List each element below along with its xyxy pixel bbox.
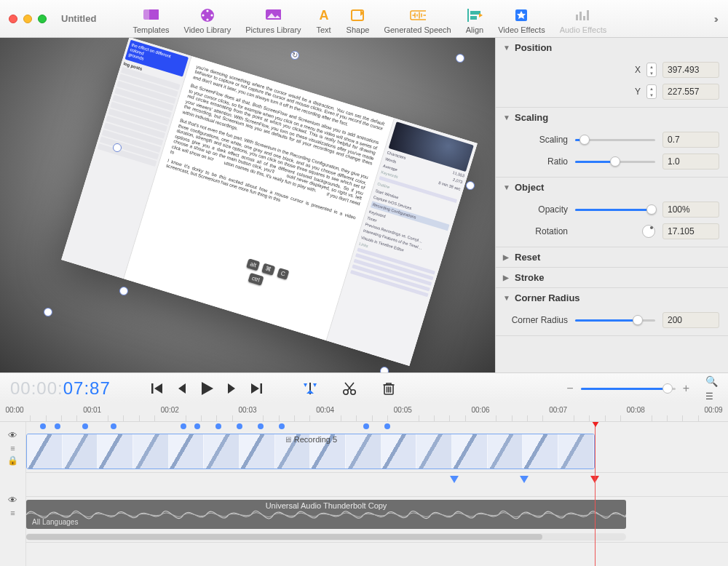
lock-icon[interactable]: 🔒 bbox=[7, 455, 18, 466]
section-header-corner[interactable]: ▼Corner Radius bbox=[496, 288, 728, 308]
ratio-slider[interactable] bbox=[575, 156, 655, 167]
ratio-label: Ratio bbox=[547, 156, 568, 167]
section-header-reset[interactable]: ▶Reset bbox=[496, 247, 728, 267]
keyframe-marker[interactable] bbox=[520, 476, 529, 483]
step-back-button[interactable] bbox=[173, 380, 191, 397]
clip-label: 🖥 Recording 5 bbox=[278, 434, 343, 445]
toolbar-templates[interactable]: Templates bbox=[125, 4, 176, 37]
selection-handle-tl[interactable] bbox=[113, 143, 122, 152]
toolbar-align[interactable]: Align bbox=[459, 4, 491, 37]
opacity-value-field[interactable]: 100% bbox=[662, 202, 719, 218]
svg-point-4 bbox=[210, 14, 213, 16]
timeline-marker[interactable] bbox=[194, 423, 200, 429]
timeline-marker[interactable] bbox=[384, 423, 390, 429]
rotation-dial[interactable] bbox=[642, 225, 655, 238]
toolbar-video-library[interactable]: Video Library bbox=[177, 4, 239, 37]
toolbar-label: Pictures Library bbox=[245, 25, 301, 34]
svg-marker-31 bbox=[306, 390, 314, 394]
canvas-clip[interactable]: the effect on different coloredgrounds l… bbox=[61, 38, 478, 366]
y-stepper[interactable]: ▲▼ bbox=[646, 84, 657, 99]
y-value-field[interactable]: 227.557 bbox=[662, 84, 719, 100]
ruler-label: 00:06 bbox=[471, 406, 489, 414]
timeline-marker[interactable] bbox=[237, 423, 242, 429]
canvas[interactable]: the effect on different coloredgrounds l… bbox=[0, 38, 495, 372]
go-to-end-button[interactable] bbox=[248, 380, 265, 397]
scaling-slider[interactable] bbox=[575, 134, 655, 146]
selection-handle-tr[interactable] bbox=[456, 54, 464, 63]
zoom-slider[interactable] bbox=[581, 383, 676, 394]
timeline-marker[interactable] bbox=[363, 423, 369, 429]
selection-handle-br[interactable] bbox=[466, 181, 475, 190]
video-clip[interactable]: 🖥 Recording 5 bbox=[26, 434, 595, 469]
timeline-marker[interactable] bbox=[111, 423, 116, 429]
toolbar-pictures-library[interactable]: Pictures Library bbox=[238, 4, 308, 37]
ratio-value-field[interactable]: 1.0 bbox=[662, 154, 719, 170]
visibility-icon[interactable]: 👁 bbox=[8, 495, 17, 506]
timeline-marker[interactable] bbox=[181, 423, 186, 429]
track-area[interactable]: 🖥 Recording 5 Universal Audio Thunderbol… bbox=[26, 422, 728, 566]
corner-value-field[interactable]: 200 bbox=[662, 312, 719, 328]
track-menu-icon[interactable]: ≡ bbox=[10, 509, 15, 517]
section-header-stroke[interactable]: ▶Stroke bbox=[496, 268, 728, 287]
svg-text:A: A bbox=[319, 8, 328, 23]
zoom-out-button[interactable]: − bbox=[566, 382, 573, 395]
step-forward-button[interactable] bbox=[223, 380, 240, 397]
section-scaling: ▼Scaling Scaling 0.7 Ratio 1.0 bbox=[496, 108, 728, 178]
star-icon bbox=[513, 8, 529, 23]
opacity-slider[interactable] bbox=[575, 204, 655, 215]
list-icon[interactable]: ☰ bbox=[705, 391, 718, 402]
toolbar-text[interactable]: A Text bbox=[309, 4, 339, 37]
rotation-value-field[interactable]: 17.105 bbox=[662, 223, 719, 239]
toolbar-label: Video Effects bbox=[498, 25, 545, 34]
track-menu-icon[interactable]: ≡ bbox=[10, 444, 15, 453]
selection-handle-bl[interactable] bbox=[119, 287, 128, 295]
x-stepper[interactable]: ▲▼ bbox=[646, 63, 657, 77]
toolbar-shape[interactable]: Shape bbox=[339, 4, 377, 37]
film-reel-icon bbox=[199, 8, 215, 23]
disclosure-triangle-icon: ▼ bbox=[503, 294, 510, 302]
section-header-object[interactable]: ▼Object bbox=[496, 178, 728, 197]
scrollbar-thumb[interactable] bbox=[26, 534, 542, 540]
close-window-button[interactable] bbox=[9, 15, 17, 23]
go-to-start-button[interactable] bbox=[149, 380, 166, 397]
selection-handle-ml[interactable] bbox=[44, 308, 52, 316]
timeline-marker[interactable] bbox=[55, 423, 60, 429]
toolbar-label: Generated Speech bbox=[384, 25, 451, 34]
disclosure-triangle-icon: ▶ bbox=[503, 253, 510, 261]
search-icon[interactable]: 🔍 bbox=[705, 375, 718, 387]
split-clip-button[interactable] bbox=[301, 380, 319, 397]
timeline-marker[interactable] bbox=[258, 423, 264, 429]
maximize-window-button[interactable] bbox=[38, 15, 47, 23]
section-header-position[interactable]: ▼Position bbox=[496, 38, 728, 57]
scaling-value-field[interactable]: 0.7 bbox=[662, 132, 719, 148]
audio-clip[interactable]: Universal Audio Thunderbolt Copy All Lan… bbox=[26, 500, 626, 529]
rotation-handle[interactable] bbox=[290, 51, 299, 60]
timeline-marker[interactable] bbox=[279, 423, 285, 429]
video-track[interactable]: 🖥 Recording 5 bbox=[26, 431, 728, 473]
toolbar-label: Video Library bbox=[184, 25, 232, 34]
x-value-field[interactable]: 397.493 bbox=[662, 62, 719, 78]
toolbar-video-effects[interactable]: Video Effects bbox=[491, 4, 552, 37]
timeline-marker[interactable] bbox=[215, 423, 221, 429]
visibility-icon[interactable]: 👁 bbox=[8, 430, 17, 441]
timeline-marker[interactable] bbox=[40, 423, 46, 429]
toolbar-audio-effects[interactable]: Audio Effects bbox=[553, 4, 614, 37]
minimize-window-button[interactable] bbox=[23, 15, 32, 23]
keyframe-marker-active[interactable] bbox=[590, 476, 599, 483]
ruler-label: 00:00 bbox=[5, 406, 23, 414]
timeline-marker[interactable] bbox=[82, 423, 88, 429]
zoom-in-button[interactable]: + bbox=[683, 382, 689, 395]
keyframe-marker[interactable] bbox=[450, 476, 459, 483]
play-button[interactable] bbox=[198, 380, 215, 397]
toolbar-overflow-button[interactable]: ›› bbox=[714, 13, 719, 25]
timeline-ruler[interactable]: 00:0000:0100:0200:0300:0400:0500:0600:07… bbox=[0, 403, 728, 422]
pictures-icon bbox=[265, 8, 281, 23]
horizontal-scrollbar[interactable] bbox=[26, 533, 626, 541]
audio-track[interactable]: Universal Audio Thunderbolt Copy All Lan… bbox=[26, 496, 728, 543]
cut-button[interactable] bbox=[341, 380, 358, 397]
section-header-scaling[interactable]: ▼Scaling bbox=[496, 108, 728, 127]
delete-button[interactable] bbox=[380, 380, 397, 397]
corner-slider[interactable] bbox=[575, 314, 655, 326]
toolbar-generated-speech[interactable]: Generated Speech bbox=[376, 4, 458, 37]
selection-handle-mr[interactable] bbox=[380, 367, 389, 372]
